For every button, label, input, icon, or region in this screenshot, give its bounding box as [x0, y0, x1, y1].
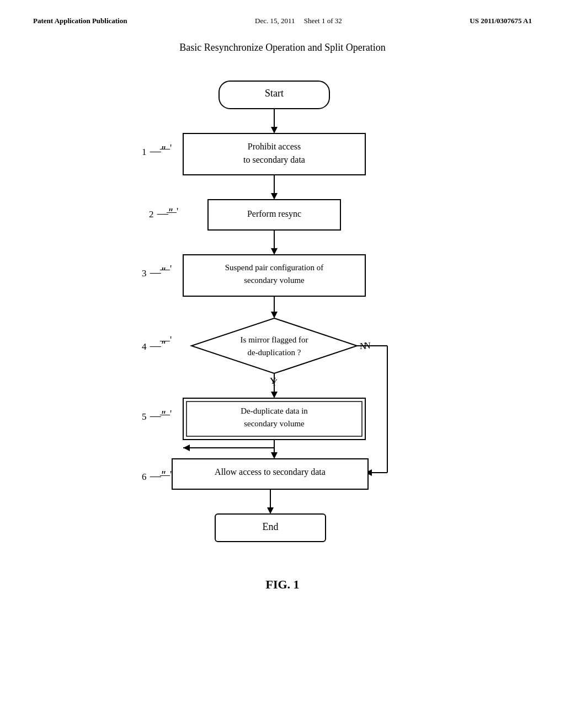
header-publication: Patent Application Publication — [33, 17, 127, 25]
step5-arrow: —' — [159, 409, 172, 420]
svg-marker-18 — [271, 392, 278, 398]
svg-marker-24 — [271, 452, 278, 459]
svg-rect-25 — [172, 459, 368, 489]
header-date-sheet: Dec. 15, 2011 Sheet 1 of 32 — [255, 17, 342, 25]
step1-arrow: —' — [159, 143, 172, 154]
svg-marker-2 — [271, 127, 278, 133]
main-content: Basic Resynchronize Operation and Split … — [0, 31, 565, 603]
fig-label: FIG. 1 — [265, 577, 299, 592]
svg-rect-3 — [183, 133, 365, 175]
step6-arrow: —' — [159, 469, 172, 480]
svg-rect-20 — [186, 402, 362, 436]
svg-marker-23 — [183, 445, 190, 451]
flowchart-svg: —' —' —' —' N — [117, 70, 448, 566]
svg-rect-6 — [208, 200, 340, 230]
step3-arrow: —' — [159, 264, 172, 275]
svg-rect-28 — [215, 514, 326, 542]
step4-arrow: —' — [159, 335, 172, 346]
header-date: Dec. 15, 2011 — [255, 17, 295, 25]
header-sheet: Sheet 1 of 32 — [304, 17, 342, 25]
svg-marker-12 — [191, 318, 357, 373]
header-patent-number: US 2011/0307675 A1 — [470, 17, 532, 25]
svg-marker-11 — [271, 312, 278, 318]
svg-rect-0 — [219, 81, 329, 109]
svg-marker-27 — [267, 507, 274, 514]
diagram-title: Basic Resynchronize Operation and Split … — [179, 42, 385, 53]
svg-marker-5 — [271, 193, 278, 200]
step2-arrow: —' — [166, 206, 178, 217]
svg-rect-9 — [183, 255, 365, 296]
page-header: Patent Application Publication Dec. 15, … — [0, 0, 565, 31]
svg-marker-8 — [271, 248, 278, 255]
